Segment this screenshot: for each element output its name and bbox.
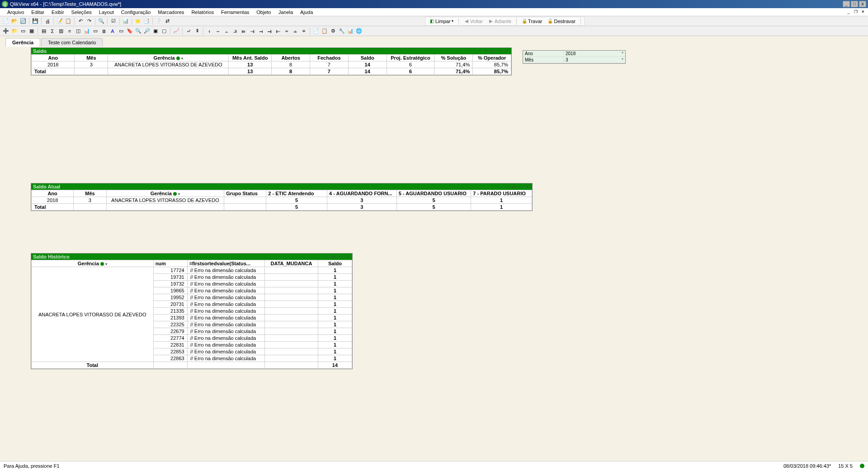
- reload-icon[interactable]: 📋: [64, 17, 72, 25]
- listbox-icon[interactable]: ▭: [19, 27, 27, 35]
- unlock-button[interactable]: 🔓 Destravar: [546, 18, 577, 24]
- chart-icon[interactable]: ▥: [57, 27, 65, 35]
- saldo-data-row[interactable]: 2018 3 ANACRETA LOPES VITORASSO DE AZEVE…: [32, 61, 511, 68]
- dropdown-arrow-icon[interactable]: ▾: [181, 56, 183, 61]
- mdi-minimize[interactable]: _: [845, 9, 852, 15]
- saldo-atual-object[interactable]: Saldo Atual ⤢ ▭ — ✕ Ano Mês Gerência ▾ G…: [31, 183, 533, 211]
- multibox-icon[interactable]: ▤: [40, 27, 48, 35]
- saldo-title-icons[interactable]: ⤢ ▭ — ✕: [484, 49, 509, 53]
- bookmark-obj-icon[interactable]: 🔖: [126, 27, 134, 35]
- toggle-icon[interactable]: ⇄: [163, 17, 171, 25]
- statbox-icon[interactable]: ▦: [28, 27, 36, 35]
- sa-col-forn[interactable]: 4 - AGUARDANDO FORN...: [327, 190, 396, 197]
- clear-button[interactable]: ◧ Limpar ▾: [427, 18, 455, 24]
- redo-icon[interactable]: ↷: [85, 17, 93, 25]
- undo-icon[interactable]: ↶: [76, 17, 85, 25]
- saldo-hist-row[interactable]: ANACRETA LOPES VITORASSO DE AZEVEDO17724…: [32, 267, 352, 274]
- print-icon[interactable]: 🖨: [43, 17, 52, 25]
- back-button[interactable]: ◀ Voltar: [462, 18, 485, 24]
- align-right-icon[interactable]: ⫠: [222, 27, 231, 35]
- sa-col-ano[interactable]: Ano: [32, 190, 74, 197]
- tablebox-icon[interactable]: Σ: [48, 27, 57, 35]
- saldo-historico-object[interactable]: Saldo Histórico ⤢ ▭ — ✕ Gerência ▾ num =…: [31, 253, 353, 369]
- search-obj-icon[interactable]: 🔍: [134, 27, 142, 35]
- menu-ajuda[interactable]: Ajuda: [297, 9, 316, 15]
- menu-ferramentas[interactable]: Ferramentas: [217, 9, 253, 15]
- tab-gerencia[interactable]: Gerência: [5, 38, 40, 47]
- col-mes[interactable]: Mês: [75, 55, 108, 61]
- sheet-props2-icon[interactable]: 📋: [321, 27, 329, 35]
- add-sheet-icon[interactable]: ➕: [2, 27, 10, 35]
- menu-marcadores[interactable]: Marcadores: [154, 9, 188, 15]
- user-prefs-icon[interactable]: ⚙: [329, 27, 337, 35]
- variable-icon[interactable]: 🔧: [338, 27, 346, 35]
- refresh-icon[interactable]: 🔃: [19, 17, 27, 25]
- col-mesant[interactable]: Mês Ant. Saldo: [228, 55, 271, 61]
- align-bottom-icon[interactable]: ⫣: [248, 27, 256, 35]
- chart-wizard-icon[interactable]: 📊: [122, 17, 130, 25]
- selections-icon[interactable]: ☑: [109, 17, 118, 25]
- new-icon[interactable]: 📄: [2, 17, 10, 25]
- sheet-props-icon[interactable]: 📁: [10, 27, 19, 35]
- menu-objeto[interactable]: Objeto: [253, 9, 274, 15]
- listbox-mes-dropdown-icon[interactable]: ▾: [620, 57, 625, 63]
- container-icon[interactable]: 🔎: [143, 27, 151, 35]
- sh-col-data[interactable]: DATA_MUDANCA: [265, 260, 318, 267]
- sa-col-gerencia[interactable]: Gerência ▾: [106, 190, 224, 197]
- mdi-restore[interactable]: ❐: [853, 9, 859, 15]
- saldo-hist-title-icons[interactable]: ⤢ ▭ — ✕: [325, 254, 350, 259]
- edit-script-icon[interactable]: 📝: [56, 17, 64, 25]
- col-proj[interactable]: Proj. Estratégico: [387, 55, 434, 61]
- align-center-h-icon[interactable]: ⫟: [214, 27, 222, 35]
- listbox-ano-row[interactable]: Ano 2018 ▾: [523, 51, 625, 57]
- save-icon[interactable]: 💾: [31, 17, 39, 25]
- sa-col-etic[interactable]: 2 - ETIC Atendendo: [266, 190, 327, 197]
- menu-janela[interactable]: Janela: [275, 9, 297, 15]
- saldo-atual-title-icons[interactable]: ⤢ ▭ — ✕: [505, 184, 530, 189]
- dropdown-icon[interactable]: ▾: [452, 19, 453, 23]
- adjust-left-icon[interactable]: ⫦: [274, 27, 282, 35]
- distribute-h-icon[interactable]: ⫤: [257, 27, 265, 35]
- doc-props-icon[interactable]: 📄: [312, 27, 320, 35]
- wizard-icon[interactable]: 📈: [172, 27, 180, 35]
- notes-icon[interactable]: 📑: [142, 17, 151, 25]
- barchart-icon[interactable]: 📊: [83, 27, 91, 35]
- webview-icon[interactable]: 🌐: [355, 27, 363, 35]
- sa-col-usuario[interactable]: 5 - AGUARDANDO USUARIO: [396, 190, 471, 197]
- slider-icon[interactable]: ▭: [117, 27, 125, 35]
- sh-col-saldo[interactable]: Saldo: [318, 260, 352, 267]
- expression-icon[interactable]: 📊: [346, 27, 354, 35]
- menu-configuracao[interactable]: Configuração: [118, 9, 154, 15]
- sh-col-num[interactable]: num: [153, 260, 187, 267]
- open-icon[interactable]: 📂: [10, 17, 19, 25]
- mdi-close[interactable]: ✕: [860, 9, 866, 15]
- promote-icon[interactable]: ⇞: [193, 27, 201, 35]
- adjust-right-icon[interactable]: ⫧: [283, 27, 291, 35]
- saldo-titlebar[interactable]: Saldo ⤢ ▭ — ✕: [31, 48, 511, 54]
- sh-col-status[interactable]: =firstsortedvalue(Status...: [187, 260, 264, 267]
- align-top-icon[interactable]: ⫡: [231, 27, 239, 35]
- adjust-top-icon[interactable]: ⫨: [291, 27, 299, 35]
- col-fechados[interactable]: Fechados: [310, 55, 349, 61]
- col-gerencia[interactable]: Gerência ▾: [108, 55, 229, 61]
- menu-relatorios[interactable]: Relatórios: [188, 9, 217, 15]
- col-abertos[interactable]: Abertos: [272, 55, 310, 61]
- menu-exibir[interactable]: Exibir: [48, 9, 68, 15]
- saldo-hist-titlebar[interactable]: Saldo Histórico ⤢ ▭ — ✕: [31, 254, 352, 260]
- distribute-v-icon[interactable]: ⫥: [265, 27, 274, 35]
- minimize-button[interactable]: _: [843, 1, 850, 7]
- input-icon[interactable]: =: [66, 27, 74, 35]
- bookmark-icon[interactable]: ⭐: [134, 17, 142, 25]
- listbox-ano-dropdown-icon[interactable]: ▾: [620, 51, 625, 56]
- tab-teste-calendario[interactable]: Teste com Calendario: [41, 38, 103, 47]
- adjust-bottom-icon[interactable]: ⫩: [300, 27, 308, 35]
- forward-button[interactable]: ▶ Adiante: [486, 18, 513, 24]
- saldo-atual-data-row[interactable]: 2018 3 ANACRETA LOPES VITORASSO DE AZEVE…: [32, 197, 532, 204]
- menu-arquivo[interactable]: Arquivo: [4, 9, 28, 15]
- search-icon[interactable]: 🔍: [97, 17, 105, 25]
- line-arrow-icon[interactable]: A: [108, 27, 117, 35]
- sa-col-parado[interactable]: 7 - PARADO USUARIO: [471, 190, 532, 197]
- custom-obj-icon[interactable]: ▣: [151, 27, 160, 35]
- close-button[interactable]: X: [859, 1, 866, 7]
- saldo-object[interactable]: Saldo ⤢ ▭ — ✕ Ano Mês Gerência ▾ Mês Ant…: [31, 47, 512, 75]
